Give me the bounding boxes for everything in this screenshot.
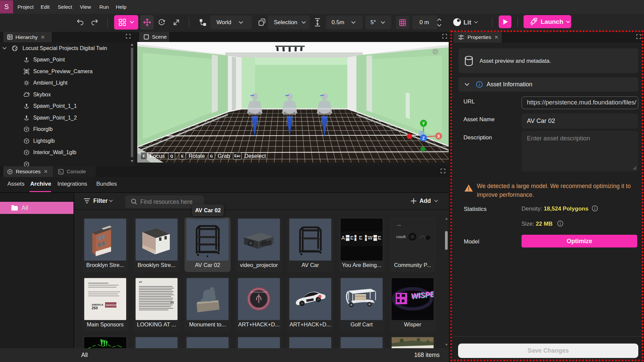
svg-text:Ma: Ma (170, 302, 174, 304)
svg-text:art: art (139, 281, 142, 283)
svg-text:Z: Z (422, 136, 425, 141)
svg-text:ART+HACK+DATA: ART+HACK+DATA (250, 291, 267, 293)
svg-text:250: 250 (92, 306, 98, 310)
svg-text:Y: Y (422, 121, 425, 126)
svg-text:sofa: sofa (397, 224, 401, 226)
svg-text:X: X (437, 134, 440, 139)
svg-text:MIAMIDADE: MIAMIDADE (106, 304, 118, 306)
svg-text:rosoft: rosoft (396, 235, 406, 239)
